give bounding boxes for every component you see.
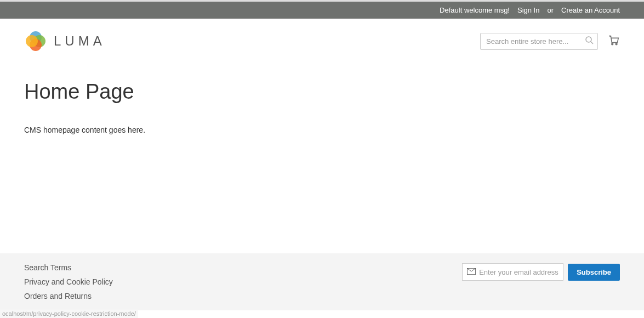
svg-point-7 [615,43,617,45]
logo[interactable]: LUMA [24,30,106,53]
footer-link-privacy[interactable]: Privacy and Cookie Policy [24,277,113,286]
newsletter-input[interactable] [476,268,558,276]
footer-link-orders[interactable]: Orders and Returns [24,292,113,300]
envelope-icon [467,267,476,277]
header-right [480,33,620,50]
page-title: Home Page [24,80,620,104]
header-main: LUMA [0,19,644,64]
create-account-link[interactable]: Create an Account [561,6,620,14]
panel-header: Default welcome msg! Sign In or Create a… [0,2,644,19]
svg-point-3 [26,35,38,47]
footer: Search Terms Privacy and Cookie Policy O… [0,253,644,310]
newsletter-input-wrap [462,263,563,281]
welcome-message: Default welcome msg! [440,6,510,14]
cms-content: CMS homepage content goes here. [24,126,620,134]
svg-point-4 [586,37,591,42]
search-icon[interactable] [585,36,594,47]
cart-icon[interactable] [608,34,620,48]
footer-link-search-terms[interactable]: Search Terms [24,263,113,272]
logo-text: LUMA [54,33,106,49]
main-content: Home Page CMS homepage content goes here… [0,64,644,239]
sign-in-link[interactable]: Sign In [517,6,539,14]
subscribe-button[interactable]: Subscribe [568,264,620,281]
or-separator: or [547,6,554,14]
search-box [480,33,598,50]
svg-point-6 [612,43,613,45]
search-input[interactable] [480,33,598,50]
logo-icon [24,30,47,53]
status-bar: ocalhost/m/privacy-policy-cookie-restric… [0,309,138,318]
newsletter: Subscribe [462,263,620,281]
svg-line-5 [591,42,593,44]
footer-links: Search Terms Privacy and Cookie Policy O… [24,263,113,300]
